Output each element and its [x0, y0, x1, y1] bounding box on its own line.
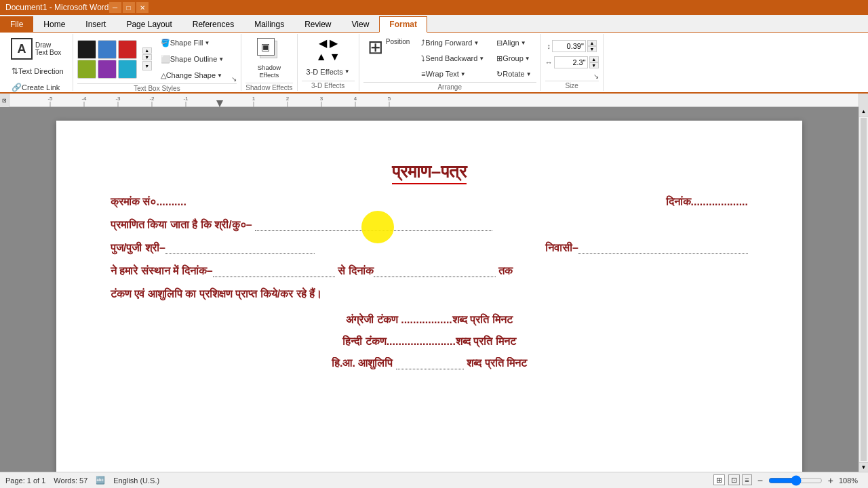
- ruler-corner: ⊡: [0, 94, 9, 107]
- language[interactable]: English (U.S.): [113, 476, 159, 485]
- zoom-slider[interactable]: [768, 475, 823, 486]
- rotate-button[interactable]: ↻ Rotate ▼: [492, 66, 536, 81]
- highlight-circle: [361, 211, 394, 243]
- swatch-purple[interactable]: [98, 60, 117, 79]
- arrow-up[interactable]: ▲: [316, 51, 327, 63]
- bring-forward-button[interactable]: ⤴ Bring Forward ▼: [416, 35, 489, 50]
- zoom-out-icon[interactable]: −: [757, 475, 763, 486]
- tab-review[interactable]: Review: [294, 16, 341, 32]
- doc-line-3: पुज/पुजी श्री– निवासी–: [111, 242, 748, 254]
- zoom-in-icon[interactable]: +: [828, 475, 833, 486]
- height-icon: ↕: [547, 42, 551, 50]
- tab-insert[interactable]: Insert: [75, 16, 116, 32]
- change-shape-arrow: ▼: [217, 73, 222, 79]
- 3d-nav-2: ▲ ▼: [316, 51, 340, 63]
- swatch-green[interactable]: [77, 60, 96, 79]
- tab-references[interactable]: References: [182, 16, 244, 32]
- height-down[interactable]: ▼: [587, 46, 597, 52]
- shadow-effects-button[interactable]: ▣ ShadowEffects: [253, 35, 285, 82]
- group-button[interactable]: ⊞ Group ▼: [492, 51, 536, 66]
- document-area[interactable]: प्रमाण–पत्र क्रमांक सं०.......... दिनांक…: [0, 107, 859, 472]
- tab-pagelayout[interactable]: Page Layout: [116, 16, 182, 32]
- height-up[interactable]: ▲: [587, 40, 597, 46]
- scroll-thumb[interactable]: [861, 118, 867, 461]
- 3d-group-content: ◀ ▶ ▲ ▼ 3-D Effects ▼: [302, 35, 355, 80]
- arrow-down[interactable]: ▼: [330, 51, 340, 63]
- position-button[interactable]: ⊞ Position: [363, 35, 414, 81]
- line8-text: हि.आ. आशुलिपि शब्द प्रति मिनट: [332, 357, 527, 369]
- shape-fill-label: Shape Fill: [170, 39, 203, 47]
- swatch-expand[interactable]: ▼: [142, 61, 152, 70]
- size-expand-icon[interactable]: ↘: [593, 73, 599, 80]
- group-icon: ⊞: [496, 54, 502, 63]
- text-direction-button[interactable]: ⇅ Text Direction: [7, 64, 68, 79]
- tab-home[interactable]: Home: [33, 16, 75, 32]
- line3-right: निवासी–: [545, 242, 748, 254]
- size-group-content: ↕ ▲ ▼ ↔ ▲ ▼: [545, 35, 599, 73]
- arrow-right[interactable]: ▶: [330, 37, 338, 49]
- swatch-red[interactable]: [118, 40, 137, 59]
- swatch-black[interactable]: [77, 40, 96, 59]
- restore-button[interactable]: □: [123, 2, 135, 13]
- swatch-down[interactable]: ▼: [142, 54, 152, 60]
- view-print-icon[interactable]: ⊞: [713, 474, 725, 485]
- shadow-group-label: Shadow Effects: [245, 83, 292, 92]
- vertical-scrollbar[interactable]: ▲ ▼: [859, 107, 868, 472]
- ribbon-group-size: ↕ ▲ ▼ ↔ ▲ ▼ ↘ Size: [541, 34, 604, 91]
- shadow-group-content: ▣ ShadowEffects: [253, 35, 285, 82]
- swatch-up[interactable]: ▲: [142, 47, 152, 54]
- width-input[interactable]: [554, 56, 588, 68]
- ribbon-group-shadow: ▣ ShadowEffects Shadow Effects: [241, 34, 297, 91]
- line7-text: हिन्दी टंकण.......................शब्द प…: [342, 336, 516, 347]
- line2-text: प्रमाणित किया जाता है कि श्री/कु०–: [111, 219, 492, 230]
- ruler-corner-icon: ⊡: [2, 98, 7, 104]
- tab-mailings[interactable]: Mailings: [244, 16, 294, 32]
- swatch-blue[interactable]: [98, 40, 117, 59]
- align-label: Align: [502, 39, 519, 47]
- 3d-effects-arrow: ▼: [344, 68, 350, 75]
- 3d-effects-button[interactable]: 3-D Effects ▼: [302, 64, 355, 79]
- send-backward-button[interactable]: ⤵ Send Backward ▼: [416, 51, 489, 66]
- size-group-label: Size: [545, 81, 599, 89]
- arrow-left[interactable]: ◀: [319, 37, 327, 49]
- draw-text-box-button[interactable]: A DrawText Box: [7, 35, 65, 62]
- ruler-track: -5 -4 -3 -2 -1 1 2 3 4 5: [9, 94, 859, 107]
- tab-format[interactable]: Format: [379, 16, 427, 33]
- textbox-styles-expand[interactable]: ↘: [231, 75, 237, 83]
- line4-text: ने हमारे संस्थान में दिनांक– से दिनांक त…: [111, 265, 513, 277]
- scroll-up-button[interactable]: ▲: [859, 107, 868, 117]
- wrap-text-button[interactable]: ≡ Wrap Text ▼: [416, 66, 489, 81]
- view-fullscreen-icon[interactable]: ⊡: [728, 474, 740, 485]
- view-reading-icon[interactable]: ≡: [742, 474, 751, 485]
- align-button[interactable]: ⊟ Align ▼: [492, 35, 536, 50]
- doc-title: प्रमाण–पत्र: [392, 161, 467, 184]
- doc-title-wrap: प्रमाण–पत्र: [111, 161, 748, 182]
- swatch-cyan[interactable]: [118, 60, 137, 79]
- width-down[interactable]: ▼: [589, 62, 599, 68]
- scroll-down-button[interactable]: ▼: [859, 462, 868, 472]
- spell-check-icon[interactable]: 🔤: [96, 476, 105, 485]
- close-button[interactable]: ✕: [136, 2, 149, 13]
- line1-left: क्रमांक सं०..........: [111, 196, 186, 208]
- shape-fill-arrow: ▼: [205, 40, 210, 46]
- create-link-button[interactable]: 🔗 Create Link: [7, 80, 64, 95]
- shadow-effects-label: ShadowEffects: [258, 64, 281, 79]
- width-up[interactable]: ▲: [589, 56, 599, 62]
- change-shape-button[interactable]: △ Change Shape ▼: [156, 68, 229, 83]
- height-input[interactable]: [552, 40, 586, 52]
- svg-text:1: 1: [252, 96, 256, 102]
- zoom-level[interactable]: 108%: [839, 476, 863, 485]
- minimize-button[interactable]: ─: [109, 2, 121, 13]
- shape-outline-button[interactable]: ⬜ Shape Outline ▼: [156, 52, 229, 66]
- ruler: ⊡ -5 -4 -3 -2 -1 1 2 3 4 5: [0, 94, 868, 107]
- arrange-group-label: Arrange: [363, 82, 536, 91]
- status-bar: Page: 1 of 1 Words: 57 🔤 English (U.S.) …: [0, 472, 868, 488]
- shape-options: 🪣 Shape Fill ▼ ⬜ Shape Outline ▼ △ Chang…: [156, 35, 229, 83]
- tab-file[interactable]: File: [0, 16, 33, 32]
- arrange-col-right: ⤴ Bring Forward ▼ ⤵ Send Backward ▼ ≡ Wr…: [416, 35, 489, 81]
- width-icon: ↔: [545, 58, 553, 66]
- shape-outline-label: Shape Outline: [170, 55, 218, 63]
- shape-fill-button[interactable]: 🪣 Shape Fill ▼: [156, 35, 229, 50]
- position-label: Position: [386, 38, 410, 45]
- tab-view[interactable]: View: [342, 16, 380, 32]
